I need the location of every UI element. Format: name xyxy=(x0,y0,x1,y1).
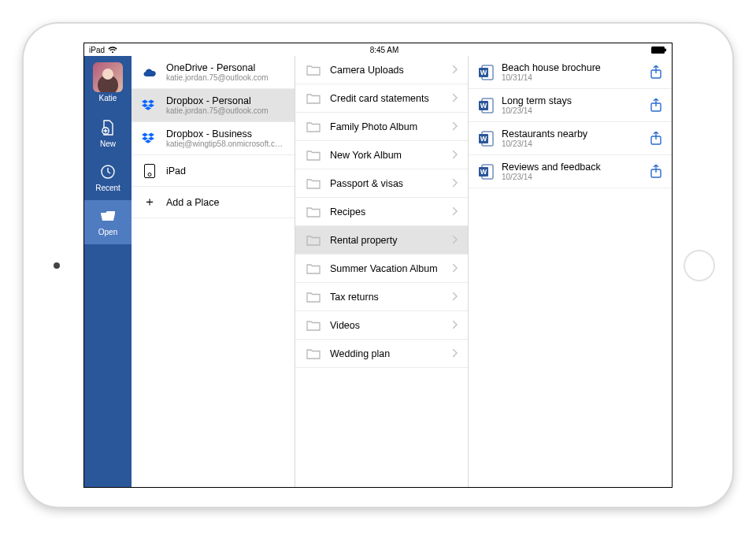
file-date: 10/23/14 xyxy=(502,139,643,148)
place-title: Dropbox - Business xyxy=(166,128,285,139)
place-title: OneDrive - Personal xyxy=(166,62,285,73)
folder-icon xyxy=(305,91,322,105)
folder-name: Rental property xyxy=(330,235,445,246)
folder-row[interactable]: Recipes xyxy=(295,198,468,226)
file-date: 10/23/14 xyxy=(502,173,643,181)
place-row[interactable]: ＋ Add a Place xyxy=(132,187,295,218)
ipad-icon xyxy=(141,164,158,178)
folder-row[interactable]: Credit card statements xyxy=(295,84,468,113)
battery-icon xyxy=(651,46,667,54)
folder-name: Videos xyxy=(330,320,445,331)
folder-row[interactable]: Tax returns xyxy=(295,283,468,311)
share-icon[interactable] xyxy=(650,165,662,179)
sidebar-item-open[interactable]: Open xyxy=(84,200,132,244)
sidebar-item-label: Recent xyxy=(84,184,132,192)
sidebar-item-label: Open xyxy=(84,228,132,236)
status-bar: iPad 8:45 AM xyxy=(84,43,672,56)
avatar[interactable] xyxy=(93,62,123,92)
file-row[interactable]: Beach house brochure 10/31/14 xyxy=(469,56,672,89)
folder-icon xyxy=(305,318,322,332)
new-document-icon xyxy=(98,118,117,137)
carrier-label: iPad xyxy=(89,46,105,54)
file-name: Long term stays xyxy=(502,95,643,106)
word-document-icon xyxy=(478,131,495,147)
place-title: Add a Place xyxy=(166,197,285,208)
folder-row[interactable]: Passport & visas xyxy=(295,169,468,198)
folder-icon xyxy=(305,290,322,303)
svg-rect-0 xyxy=(651,46,665,54)
user-name: Katie xyxy=(99,94,117,102)
dropbox-icon xyxy=(141,99,158,113)
home-button[interactable] xyxy=(684,250,715,281)
folder-row[interactable]: Camera Uploads xyxy=(295,56,468,84)
folder-icon xyxy=(305,148,322,162)
file-row[interactable]: Long term stays 10/23/14 xyxy=(469,89,672,122)
share-icon[interactable] xyxy=(650,132,662,146)
place-title: Dropbox - Personal xyxy=(166,95,285,106)
file-row[interactable]: Restaurants nearby 10/23/14 xyxy=(469,122,672,155)
place-row[interactable]: Dropbox - Business katiej@wingtip58.onmi… xyxy=(132,122,295,155)
chevron-right-icon xyxy=(453,349,458,359)
folder-row[interactable]: Rental property xyxy=(295,226,468,255)
files-column: Beach house brochure 10/31/14 Long term … xyxy=(469,56,672,487)
chevron-right-icon xyxy=(453,264,458,273)
add-icon: ＋ xyxy=(141,194,158,210)
app-body: Katie New Recent Open OneDrive - Persona… xyxy=(84,56,672,487)
folder-name: Recipes xyxy=(330,206,445,218)
place-row[interactable]: OneDrive - Personal katie.jordan.75@outl… xyxy=(132,56,295,89)
folder-name: New York Album xyxy=(330,150,445,161)
chevron-right-icon xyxy=(453,321,458,330)
chevron-right-icon xyxy=(453,179,458,188)
file-name: Beach house brochure xyxy=(502,62,643,73)
word-document-icon xyxy=(478,65,495,80)
place-row[interactable]: iPad xyxy=(132,155,295,187)
onedrive-icon xyxy=(141,66,158,79)
chevron-right-icon xyxy=(453,151,458,160)
sidebar: Katie New Recent Open xyxy=(84,56,132,487)
place-subtitle: katie.jordan.75@outlook.com xyxy=(166,106,285,115)
chevron-right-icon xyxy=(453,94,458,103)
file-name: Reviews and feedback xyxy=(502,162,643,173)
folder-row[interactable]: Summer Vacation Album xyxy=(295,255,468,283)
folder-icon xyxy=(305,262,322,275)
share-icon[interactable] xyxy=(650,65,662,80)
folder-row[interactable]: Videos xyxy=(295,311,468,340)
folder-icon xyxy=(305,120,322,133)
clock: 8:45 AM xyxy=(370,46,399,54)
share-icon[interactable] xyxy=(650,99,662,113)
folder-row[interactable]: New York Album xyxy=(295,141,468,169)
screen: iPad 8:45 AM Katie New Recent xyxy=(83,43,673,488)
wifi-icon xyxy=(108,46,117,54)
folder-row[interactable]: Wedding plan xyxy=(295,340,468,368)
folders-column: Camera Uploads Credit card statements Fa… xyxy=(295,56,469,487)
folder-icon xyxy=(305,63,322,76)
folder-name: Tax returns xyxy=(330,292,445,303)
clock-icon xyxy=(98,162,117,181)
place-title: iPad xyxy=(166,165,285,177)
place-subtitle: katiej@wingtip58.onmicrosoft.com xyxy=(166,139,285,148)
chevron-right-icon xyxy=(453,65,458,75)
folder-icon xyxy=(305,177,322,190)
chevron-right-icon xyxy=(453,292,458,302)
folder-name: Camera Uploads xyxy=(330,65,445,76)
folder-icon xyxy=(305,233,322,247)
chevron-right-icon xyxy=(453,122,458,132)
folder-icon xyxy=(305,347,322,360)
folder-name: Summer Vacation Album xyxy=(330,263,445,274)
folder-open-icon xyxy=(98,206,117,225)
svg-rect-1 xyxy=(665,48,666,51)
sidebar-item-new[interactable]: New xyxy=(84,112,132,156)
sidebar-item-recent[interactable]: Recent xyxy=(84,156,132,200)
place-row[interactable]: Dropbox - Personal katie.jordan.75@outlo… xyxy=(132,89,295,122)
chevron-right-icon xyxy=(453,207,458,217)
file-date: 10/31/14 xyxy=(502,73,643,82)
file-row[interactable]: Reviews and feedback 10/23/14 xyxy=(469,155,672,188)
dropbox-icon xyxy=(141,132,158,146)
ipad-device-frame: iPad 8:45 AM Katie New Recent xyxy=(24,24,732,507)
chevron-right-icon xyxy=(453,236,458,245)
file-name: Restaurants nearby xyxy=(502,128,643,139)
file-date: 10/23/14 xyxy=(502,106,643,115)
word-document-icon xyxy=(478,164,495,180)
place-subtitle: katie.jordan.75@outlook.com xyxy=(166,73,285,82)
folder-row[interactable]: Family Photo Album xyxy=(295,113,468,141)
